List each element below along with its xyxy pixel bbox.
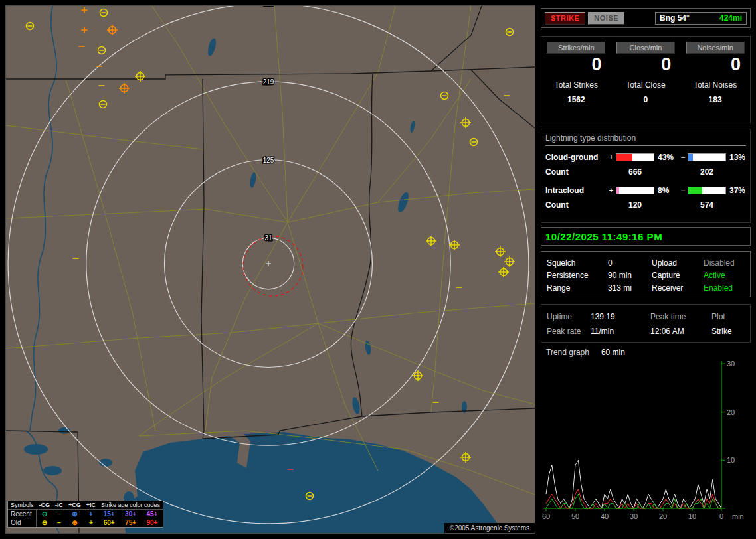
- copyright-text: ©2005 Astrogenic Systems: [444, 523, 535, 533]
- trend-series-totalstrikesmin: [546, 460, 721, 508]
- legend-symbol-icon: ⊖: [37, 510, 53, 519]
- cg-negative-count: 202: [688, 167, 726, 177]
- strike-mode-button[interactable]: STRIKE: [545, 12, 585, 25]
- count-label: Count: [545, 200, 607, 210]
- y-tick-label: 10: [727, 456, 735, 464]
- trend-window-value: 60 min: [601, 348, 625, 357]
- legend-type-header: +CG: [66, 501, 84, 510]
- strikes-per-min-button[interactable]: Strikes/min: [547, 42, 605, 54]
- ic-positive-count: 120: [616, 200, 654, 210]
- peak-time-value: 12:06 AM: [650, 327, 711, 336]
- ic-negative-bar: [688, 187, 726, 194]
- cg-positive-pct: 43%: [654, 153, 678, 162]
- x-tick-label: 10: [688, 512, 696, 520]
- x-tick-label: 20: [659, 512, 667, 520]
- trend-graph-label: Trend graph: [546, 348, 589, 357]
- uptime-label: Uptime: [547, 312, 591, 321]
- peak-rate-value: 11/min: [591, 327, 650, 336]
- plus-sign: +: [607, 153, 616, 162]
- legend-symbols-header: Symbols: [8, 501, 37, 510]
- ring-distance-label: 31: [264, 234, 272, 242]
- x-tick-label: 50: [571, 512, 579, 520]
- bearing-distance-display: Bng 54° 424mi: [655, 12, 747, 25]
- squelch-value: 0: [608, 258, 652, 268]
- cg-positive-bar: [616, 153, 654, 161]
- capture-status: Active: [704, 271, 750, 280]
- total-strikes-label: Total Strikes: [541, 80, 611, 90]
- legend-symbol-icon: ⊕: [66, 518, 84, 527]
- rate-column-strikes: Strikes/min 0 Total Strikes 1562: [541, 37, 611, 123]
- datetime-panel: 10/22/2025 11:49:16 PM: [541, 227, 751, 246]
- total-noises-value: 183: [680, 95, 750, 104]
- close-per-min-value: 0: [611, 55, 681, 75]
- range-label: Range: [547, 283, 608, 293]
- legend-age-value: 30+: [120, 510, 141, 519]
- settings-panel: Squelch 0 Upload Disabled Persistence 90…: [541, 251, 751, 297]
- plot-label: Plot: [711, 312, 750, 321]
- noises-per-min-value: 0: [680, 55, 750, 75]
- legend-symbol-icon: −: [52, 518, 66, 527]
- ic-positive-pct: 8%: [654, 186, 678, 195]
- legend-age-value: 60+: [98, 518, 120, 527]
- peak-time-label: Peak time: [650, 312, 711, 321]
- bearing-value: Bng 54°: [660, 13, 690, 23]
- minus-sign: −: [678, 186, 688, 195]
- legend-type-header: -CG: [37, 501, 53, 510]
- legend-age-value: 45+: [142, 510, 163, 519]
- map-canvas[interactable]: 31125219313: [6, 6, 535, 533]
- cloud-ground-row: Cloud-ground + 43% − 13%: [545, 151, 746, 163]
- noises-per-min-button[interactable]: Noises/min: [686, 42, 745, 54]
- intracloud-label: Intracloud: [545, 186, 607, 195]
- x-tick-label: 60: [542, 512, 550, 520]
- total-noises-label: Total Noises: [680, 80, 750, 90]
- persistence-label: Persistence: [547, 271, 608, 280]
- count-label: Count: [545, 167, 607, 177]
- legend-symbol-icon: ⊕: [66, 510, 84, 519]
- ic-positive-bar: [616, 187, 654, 194]
- legend-row-label: Old: [8, 518, 37, 527]
- peak-rate-label: Peak rate: [547, 327, 591, 336]
- receiver-status: Enabled: [704, 283, 750, 293]
- upload-label: Upload: [652, 258, 704, 268]
- x-tick-label: 30: [630, 512, 638, 520]
- legend-type-header: -IC: [52, 501, 66, 510]
- x-unit-label: min: [732, 512, 744, 520]
- cg-positive-count: 666: [616, 167, 654, 177]
- minus-sign: −: [678, 153, 688, 162]
- capture-label: Capture: [652, 271, 704, 280]
- rates-panel: Strikes/min 0 Total Strikes 1562 Close/m…: [541, 36, 751, 123]
- cloud-ground-count-row: Count 666 202: [545, 166, 746, 178]
- legend-age-value: 15+: [98, 510, 120, 519]
- cg-negative-bar: [688, 153, 726, 161]
- distance-value: 424mi: [719, 13, 742, 23]
- rate-column-close: Close/min 0 Total Close 0: [611, 37, 681, 123]
- range-value: 313 mi: [608, 283, 652, 293]
- legend-type-header: +IC: [84, 501, 98, 510]
- strikes-per-min-value: 0: [541, 55, 611, 75]
- legend-symbol-icon: −: [52, 510, 66, 519]
- rate-column-noises: Noises/min 0 Total Noises 183: [680, 37, 750, 123]
- ic-negative-count: 574: [688, 200, 726, 210]
- plus-sign: +: [607, 186, 616, 195]
- distribution-title: Lightning type distribution: [545, 133, 746, 146]
- persistence-value: 90 min: [608, 271, 652, 280]
- ring-distance-label: 313: [263, 6, 274, 7]
- intracloud-row: Intracloud + 8% − 37%: [545, 185, 746, 196]
- trend-graph-header: Trend graph 60 min: [541, 346, 751, 358]
- uptime-value: 139:19: [591, 312, 650, 321]
- lightning-map[interactable]: 31125219313 Symbols-CG-IC+CG+ICStrike ag…: [5, 5, 535, 534]
- close-per-min-button[interactable]: Close/min: [616, 42, 675, 54]
- upload-status: Disabled: [704, 258, 750, 268]
- intracloud-count-row: Count 120 574: [545, 199, 746, 211]
- receiver-label: Receiver: [652, 283, 704, 293]
- squelch-label: Squelch: [547, 258, 608, 268]
- cloud-ground-label: Cloud-ground: [545, 153, 607, 162]
- y-tick-label: 30: [727, 360, 735, 368]
- legend-age-value: 75+: [120, 518, 141, 527]
- sidebar: STRIKE NOISE Bng 54° 424mi Strikes/min 0…: [541, 5, 751, 534]
- total-close-label: Total Close: [611, 80, 681, 90]
- lightning-distribution-panel: Lightning type distribution Cloud-ground…: [541, 129, 751, 223]
- x-tick-label: 0: [719, 512, 723, 520]
- stats-panel: Uptime 139:19 Peak time Plot Peak rate 1…: [541, 304, 751, 343]
- noise-mode-button[interactable]: NOISE: [588, 12, 624, 25]
